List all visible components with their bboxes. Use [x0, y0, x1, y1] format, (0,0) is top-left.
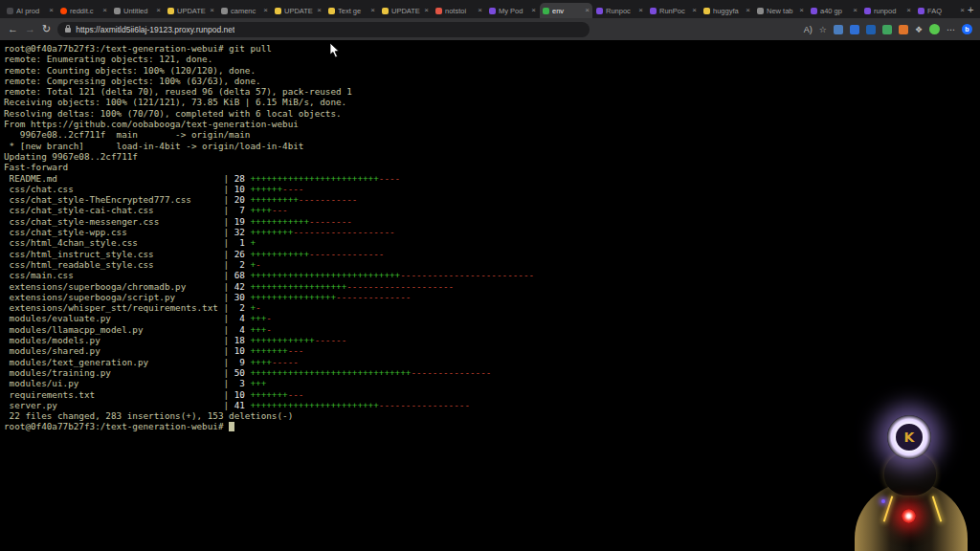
favorites-icon[interactable]: ☆: [819, 25, 827, 34]
tab-label: reddit.c: [70, 7, 100, 15]
terminal-line: extensions/whisper_stt/requirements.txt …: [4, 302, 980, 313]
navigation-bar: ← → ↻ https://axmitld5ii6laj-19123.proxy…: [0, 18, 980, 40]
tab-update[interactable]: UPDATE×: [272, 3, 324, 18]
tab-favicon: [864, 8, 871, 14]
tab-close-icon[interactable]: ×: [531, 7, 536, 14]
tab-favicon: [596, 8, 603, 14]
extension-icon-green[interactable]: [882, 25, 892, 34]
tab-close-icon[interactable]: ×: [960, 7, 965, 14]
read-aloud-icon[interactable]: A): [804, 25, 813, 34]
tab-runpoc[interactable]: RunPoc×: [647, 3, 700, 18]
tab-close-icon[interactable]: ×: [906, 7, 911, 14]
collections-icon[interactable]: [834, 25, 843, 34]
tab-label: UPDATE: [177, 7, 207, 15]
tab-close-icon[interactable]: ×: [746, 7, 750, 14]
terminal-line: modules/training.py | 50 +++++++++++++++…: [4, 367, 980, 378]
url-text: https://axmitld5ii6laj-19123.proxy.runpo…: [76, 25, 234, 34]
terminal-line: modules/models.py | 18 ++++++++++++-----…: [4, 335, 980, 345]
terminal-line: modules/ui.py | 3 +++: [4, 378, 980, 388]
tab-close-icon[interactable]: ×: [424, 7, 429, 14]
tab-favicon: [275, 8, 281, 14]
tab-close-icon[interactable]: ×: [585, 7, 590, 14]
tab-label: New tab: [767, 7, 796, 15]
refresh-icon[interactable]: ↻: [42, 24, 51, 34]
terminal-line: From https://github.com/oobabooga/text-g…: [4, 119, 980, 129]
tab-close-icon[interactable]: ×: [370, 7, 375, 14]
terminal-line: 22 files changed, 283 insertions(+), 153…: [4, 410, 980, 421]
tab-untitled[interactable]: Untitled×: [111, 3, 164, 18]
tab-label: Runpoc: [606, 7, 635, 15]
terminal-line: css/chat.css | 10 ++++++----: [4, 184, 980, 194]
tab-huggyfa[interactable]: huggyfa×: [701, 3, 753, 18]
tab-close-icon[interactable]: ×: [263, 7, 268, 14]
tab-close-icon[interactable]: ×: [799, 7, 804, 14]
tab-close-icon[interactable]: ×: [156, 7, 161, 14]
forward-icon[interactable]: →: [25, 24, 35, 34]
terminal-line: modules/text_generation.py | 9 ++++-----: [4, 357, 980, 367]
tab-label: RunPoc: [659, 7, 689, 15]
terminal-line: extensions/superbooga/chromadb.py | 42 +…: [4, 281, 980, 292]
tab-label: camenc: [231, 7, 260, 15]
tab-close-icon[interactable]: ×: [692, 7, 697, 14]
profile-avatar[interactable]: [929, 24, 940, 34]
tab-runpoc[interactable]: Runpoc×: [593, 3, 646, 18]
tab-favicon: [435, 8, 442, 14]
terminal-line: css/chat_style-messenger.css | 19 ++++++…: [4, 216, 980, 227]
tab-faq[interactable]: FAQ×: [915, 3, 968, 18]
tab-close-icon[interactable]: ×: [478, 7, 482, 14]
tab-label: UPDATE: [284, 7, 314, 15]
tab-runpod[interactable]: runpod×: [861, 3, 914, 18]
terminal-line: Fast-forward: [4, 162, 980, 172]
tab-reddit-c[interactable]: reddit.c×: [57, 3, 110, 18]
tab-label: notstoi: [445, 7, 475, 15]
terminal-line: modules/llamacpp_model.py | 4 +++-: [4, 324, 980, 335]
terminal-line: css/chat_style-TheEncrypted777.css | 20 …: [4, 194, 980, 205]
tab-close-icon[interactable]: ×: [638, 7, 643, 14]
extensions-puzzle-icon[interactable]: ❖: [915, 25, 923, 34]
terminal-line: Updating 9967e08..2cf711f: [4, 151, 980, 162]
tab-update[interactable]: UPDATE×: [165, 3, 217, 18]
tab-my-pod[interactable]: My Pod×: [486, 3, 539, 18]
tab-close-icon[interactable]: ×: [102, 7, 107, 14]
terminal[interactable]: root@0f40a77b27f3:/text-generation-webui…: [0, 40, 980, 551]
tab-notstoi[interactable]: notstoi×: [433, 3, 485, 18]
terminal-output: root@0f40a77b27f3:/text-generation-webui…: [4, 43, 980, 432]
tab-favicon: [650, 8, 657, 14]
terminal-line: extensions/superbooga/script.py | 30 +++…: [4, 292, 980, 302]
extension-icon-blue-3[interactable]: [866, 25, 876, 34]
tab-close-icon[interactable]: ×: [210, 7, 214, 14]
tab-favicon: [543, 8, 549, 14]
tab-label: huggyfa: [713, 7, 743, 15]
tab-strip: AI prod×reddit.c×Untitled×UPDATE×camenc×…: [0, 0, 968, 18]
tab-camenc[interactable]: camenc×: [218, 3, 271, 18]
tab-env[interactable]: env×: [540, 3, 592, 18]
terminal-line: modules/shared.py | 10 +++++++---: [4, 345, 980, 356]
tab-favicon: [811, 8, 817, 14]
lock-icon: [65, 28, 71, 33]
settings-menu-icon[interactable]: ⋯: [947, 25, 955, 34]
address-bar[interactable]: https://axmitld5ii6laj-19123.proxy.runpo…: [57, 22, 590, 37]
tab-ai-prod[interactable]: AI prod×: [4, 3, 56, 18]
tab-text-ge[interactable]: Text ge×: [325, 3, 378, 18]
terminal-line: root@0f40a77b27f3:/text-generation-webui…: [4, 421, 980, 431]
tab-close-icon[interactable]: ×: [853, 7, 858, 14]
extension-icon-blue-2[interactable]: [850, 25, 859, 34]
tab-favicon: [489, 8, 496, 14]
tab-label: env: [552, 7, 582, 15]
tab-a40-gp[interactable]: a40 gp×: [808, 3, 860, 18]
extension-icon-orange[interactable]: [899, 25, 908, 34]
terminal-line: remote: Compressing objects: 100% (63/63…: [4, 76, 980, 86]
tab-label: UPDATE: [391, 7, 421, 15]
bing-chat-icon[interactable]: b: [962, 24, 972, 34]
terminal-line: remote: Enumerating objects: 121, done.: [4, 54, 980, 64]
tab-close-icon[interactable]: ×: [317, 7, 322, 14]
tab-favicon: [328, 8, 335, 14]
tab-close-icon[interactable]: ×: [49, 7, 54, 14]
minimize-button[interactable]: –: [973, 0, 980, 18]
terminal-line: requirements.txt | 10 +++++++---: [4, 389, 980, 400]
back-icon[interactable]: ←: [8, 24, 18, 34]
tab-new-tab[interactable]: New tab×: [754, 3, 807, 18]
terminal-line: css/html_instruct_style.css | 26 +++++++…: [4, 249, 980, 259]
terminal-line: css/chat_style-wpp.css | 32 ++++++++----…: [4, 227, 980, 237]
tab-update[interactable]: UPDATE×: [379, 3, 432, 18]
